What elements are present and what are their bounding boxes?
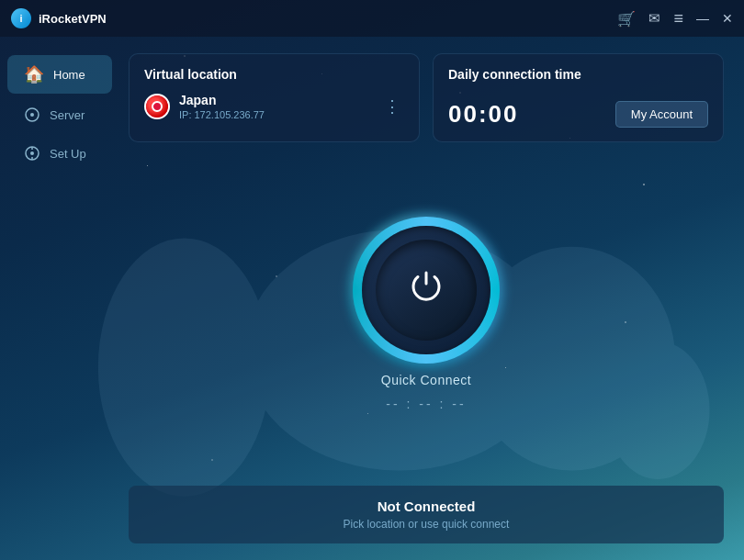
connection-time: 00:00 [448,100,519,129]
server-label: Server [50,108,85,122]
timer-display: -- : -- : -- [386,397,466,411]
server-icon [24,106,40,123]
menu-icon[interactable]: ≡ [673,9,683,28]
sidebar-item-server[interactable]: Server [7,97,112,132]
japan-flag [144,94,170,119]
time-row: 00:00 My Account [448,93,708,129]
country-name: Japan [179,93,371,107]
titlebar-left: i iRocketVPN [11,8,107,28]
quick-connect-label: Quick Connect [381,373,471,387]
status-title: Not Connected [147,498,705,514]
top-cards: Virtual location Japan IP: 172.105.236.7… [129,53,724,142]
location-row: Japan IP: 172.105.236.77 ⋮ [144,93,404,120]
status-subtitle: Pick location or use quick connect [147,518,705,531]
location-info: Japan IP: 172.105.236.77 [179,93,371,120]
svg-point-1 [30,113,34,117]
power-button[interactable] [353,217,500,364]
app-logo: i [11,8,31,28]
cart-icon[interactable]: 🛒 [617,10,636,28]
mail-icon[interactable]: ✉ [648,10,660,27]
home-label: Home [53,68,85,82]
power-section: Quick Connect -- : -- : -- [129,155,724,473]
my-account-button[interactable]: My Account [615,101,708,128]
svg-point-3 [30,151,34,155]
minimize-button[interactable]: — [696,11,709,26]
virtual-location-card: Virtual location Japan IP: 172.105.236.7… [129,53,420,142]
app-title: iRocketVPN [39,12,107,26]
titlebar-right: 🛒 ✉ ≡ — ✕ [617,9,733,28]
virtual-location-title: Virtual location [144,67,404,82]
close-button[interactable]: ✕ [722,11,733,26]
main-layout: 🏠 Home Server Set Up [0,37,744,560]
more-options-button[interactable]: ⋮ [380,93,404,120]
daily-time-card: Daily connection time 00:00 My Account [433,53,724,142]
setup-icon [24,145,40,162]
power-icon [406,267,446,313]
power-button-inner [376,240,477,341]
sidebar: 🏠 Home Server Set Up [0,37,119,560]
daily-time-title: Daily connection time [448,67,708,82]
home-icon: 🏠 [24,64,44,84]
content-area: Virtual location Japan IP: 172.105.236.7… [119,37,744,560]
status-bar: Not Connected Pick location or use quick… [129,486,724,543]
ip-address: IP: 172.105.236.77 [179,109,371,120]
setup-label: Set Up [50,147,86,161]
sidebar-item-home[interactable]: 🏠 Home [7,55,112,94]
power-button-mid [362,226,490,354]
titlebar: i iRocketVPN 🛒 ✉ ≡ — ✕ [0,0,744,37]
sidebar-item-setup[interactable]: Set Up [7,136,112,171]
